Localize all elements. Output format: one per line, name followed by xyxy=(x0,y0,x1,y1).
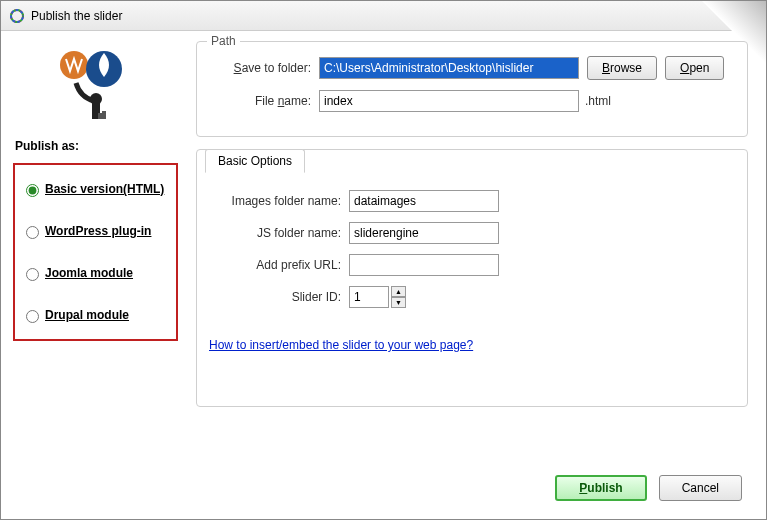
slider-id-row: Slider ID: ▲ ▼ xyxy=(209,286,735,308)
svg-rect-8 xyxy=(102,111,106,119)
basic-options-panel: Basic Options Images folder name: JS fol… xyxy=(196,149,748,407)
js-folder-row: JS folder name: xyxy=(209,222,735,244)
slider-id-label: Slider ID: xyxy=(209,290,349,304)
file-name-input[interactable] xyxy=(319,90,579,112)
radio-drupal-input[interactable] xyxy=(26,310,39,323)
help-link[interactable]: How to insert/embed the slider to your w… xyxy=(209,338,473,352)
app-icon xyxy=(9,8,25,24)
slider-id-input[interactable] xyxy=(349,286,389,308)
radio-wordpress-label: WordPress plug-in xyxy=(45,224,151,238)
dialog-content: Publish as: Basic version(HTML) WordPres… xyxy=(1,31,766,519)
radio-basic-version[interactable]: Basic version(HTML) xyxy=(21,181,170,197)
radio-drupal-label: Drupal module xyxy=(45,308,129,322)
save-to-folder-row: Save to folder: Browse Open xyxy=(209,56,735,80)
prefix-input[interactable] xyxy=(349,254,499,276)
radio-basic-label: Basic version(HTML) xyxy=(45,182,164,196)
tab-basic-options[interactable]: Basic Options xyxy=(205,149,305,173)
prefix-label: Add prefix URL: xyxy=(209,258,349,272)
dialog-window: Publish the slider Publish as: xyxy=(0,0,767,520)
images-folder-input[interactable] xyxy=(349,190,499,212)
radio-joomla-input[interactable] xyxy=(26,268,39,281)
images-folder-row: Images folder name: xyxy=(209,190,735,212)
radio-basic-input[interactable] xyxy=(26,184,39,197)
radio-wordpress[interactable]: WordPress plug-in xyxy=(21,223,170,239)
slider-id-spinner[interactable]: ▲ ▼ xyxy=(349,286,406,308)
svg-rect-7 xyxy=(98,113,102,119)
right-panel: Path Save to folder: Browse Open File na… xyxy=(186,31,766,519)
path-legend: Path xyxy=(207,34,240,48)
window-title: Publish the slider xyxy=(31,9,122,23)
spinner-up-icon[interactable]: ▲ xyxy=(391,286,406,297)
publish-button[interactable]: Publish xyxy=(555,475,646,501)
prefix-row: Add prefix URL: xyxy=(209,254,735,276)
js-folder-input[interactable] xyxy=(349,222,499,244)
titlebar: Publish the slider xyxy=(1,1,766,31)
svg-point-3 xyxy=(60,51,88,79)
publish-as-label: Publish as: xyxy=(15,139,178,153)
images-folder-label: Images folder name: xyxy=(209,194,349,208)
publish-button-rest: ublish xyxy=(587,481,622,495)
cms-logos xyxy=(46,43,146,123)
open-button[interactable]: Open xyxy=(665,56,724,80)
radio-joomla-label: Joomla module xyxy=(45,266,133,280)
cancel-button[interactable]: Cancel xyxy=(659,475,742,501)
spinner-down-icon[interactable]: ▼ xyxy=(391,297,406,308)
radio-joomla[interactable]: Joomla module xyxy=(21,265,170,281)
radio-drupal[interactable]: Drupal module xyxy=(21,307,170,323)
browse-button[interactable]: Browse xyxy=(587,56,657,80)
dialog-footer: Publish Cancel xyxy=(555,475,742,501)
file-ext-label: .html xyxy=(585,94,611,108)
file-name-label: File name: xyxy=(209,94,319,108)
radio-wordpress-input[interactable] xyxy=(26,226,39,239)
sidebar: Publish as: Basic version(HTML) WordPres… xyxy=(1,31,186,519)
file-name-row: File name: .html xyxy=(209,90,735,112)
path-fieldset: Path Save to folder: Browse Open File na… xyxy=(196,41,748,137)
publish-options-box: Basic version(HTML) WordPress plug-in Jo… xyxy=(13,163,178,341)
save-to-folder-label: Save to folder: xyxy=(209,61,319,75)
save-to-folder-input[interactable] xyxy=(319,57,579,79)
js-folder-label: JS folder name: xyxy=(209,226,349,240)
